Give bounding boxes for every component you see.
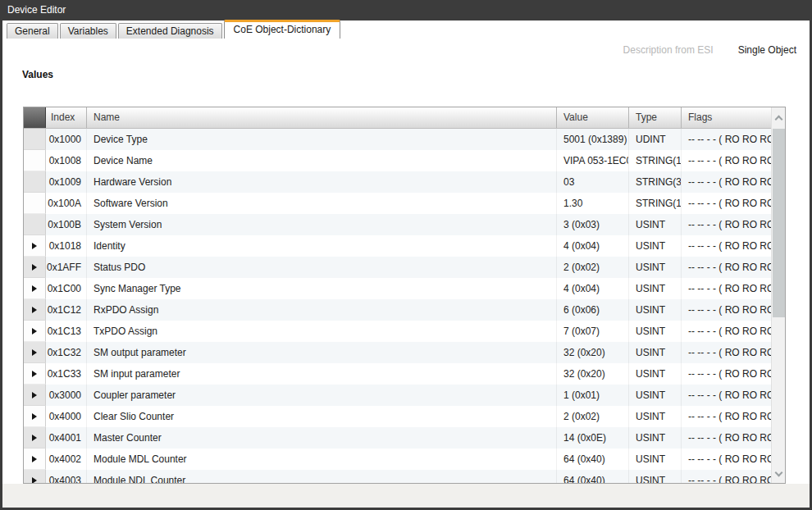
- expand-arrow-icon[interactable]: [32, 285, 37, 292]
- cell-name: Master Counter: [87, 427, 557, 449]
- row-expander-cell[interactable]: [24, 427, 46, 449]
- row-expander-cell[interactable]: [24, 235, 46, 257]
- cell-type: USINT: [629, 406, 682, 427]
- table-row[interactable]: 0x1C33 SM input parameter 32 (0x20) USIN…: [24, 363, 785, 385]
- tab-coe-object-dictionary[interactable]: CoE Object-Dictionary: [224, 20, 341, 39]
- single-object-button[interactable]: Single Object: [738, 44, 796, 56]
- table-row[interactable]: 0x1AFF Status PDO 2 (0x02) USINT -- -- -…: [24, 257, 785, 278]
- cell-name: Module MDL Counter: [87, 449, 557, 470]
- table-row[interactable]: 0x1C00 Sync Manager Type 4 (0x04) USINT …: [24, 278, 785, 299]
- table-row[interactable]: 0x4003 Module NDL Counter 64 (0x40) USIN…: [24, 470, 785, 484]
- cell-value: 1 (0x01): [557, 385, 629, 406]
- cell-value: 64 (0x40): [557, 470, 629, 484]
- cell-index: 0x1000: [46, 129, 87, 150]
- row-expander-cell[interactable]: [24, 171, 46, 193]
- cell-name: Identity: [87, 235, 557, 257]
- row-expander-cell[interactable]: [24, 363, 46, 385]
- tab-general[interactable]: General: [7, 23, 58, 39]
- row-expander-cell[interactable]: [24, 129, 46, 150]
- scrollbar-thumb[interactable]: [773, 129, 785, 317]
- table-row[interactable]: 0x1008 Device Name VIPA 053-1EC00 STRING…: [24, 150, 785, 171]
- table-row[interactable]: 0x1000 Device Type 5001 (0x1389) UDINT -…: [24, 129, 785, 150]
- cell-value: 1.30: [557, 193, 629, 214]
- table-body: 0x1000 Device Type 5001 (0x1389) UDINT -…: [24, 129, 785, 484]
- row-expander-cell[interactable]: [24, 257, 46, 278]
- row-expander-cell[interactable]: [24, 321, 46, 342]
- expand-arrow-icon[interactable]: [32, 477, 37, 484]
- cell-type: STRING(17): [629, 150, 682, 171]
- tab-strip: General Variables Extended Diagnosis CoE…: [7, 21, 342, 39]
- table-row[interactable]: 0x4001 Master Counter 14 (0x0E) USINT --…: [24, 427, 785, 449]
- table-row[interactable]: 0x100A Software Version 1.30 STRING(12) …: [24, 193, 785, 214]
- expand-arrow-icon[interactable]: [32, 349, 37, 356]
- expand-arrow-icon[interactable]: [32, 371, 37, 377]
- expand-arrow-icon[interactable]: [32, 392, 37, 398]
- cell-type: UDINT: [629, 129, 682, 150]
- cell-index: 0x4003: [46, 470, 87, 484]
- expand-arrow-icon[interactable]: [32, 307, 37, 313]
- window-title: Device Editor: [7, 4, 66, 16]
- content-area: General Variables Extended Diagnosis CoE…: [2, 20, 810, 508]
- table-row[interactable]: 0x1018 Identity 4 (0x04) USINT -- -- - -…: [24, 235, 785, 257]
- row-expander-cell[interactable]: [24, 385, 46, 406]
- row-expander-cell[interactable]: [24, 342, 46, 363]
- expand-arrow-icon[interactable]: [32, 435, 37, 441]
- table-row[interactable]: 0x1C32 SM output parameter 32 (0x20) USI…: [24, 342, 785, 363]
- scroll-down-icon[interactable]: [775, 469, 783, 477]
- column-header-index[interactable]: Index: [46, 107, 87, 128]
- cell-index: 0x3000: [46, 385, 87, 406]
- column-header-value[interactable]: Value: [557, 107, 629, 128]
- cell-value: 03: [557, 171, 629, 193]
- row-expander-cell[interactable]: [24, 278, 46, 299]
- table-row[interactable]: 0x1C12 RxPDO Assign 6 (0x06) USINT -- --…: [24, 299, 785, 321]
- cell-index: 0x1C33: [46, 363, 87, 385]
- cell-flags: -- -- - - ( RO RO RO ): [682, 470, 771, 484]
- expand-arrow-icon[interactable]: [32, 413, 37, 420]
- row-expander-cell[interactable]: [24, 299, 46, 321]
- cell-index: 0x1009: [46, 171, 87, 193]
- expand-arrow-icon[interactable]: [32, 264, 37, 271]
- cell-flags: -- -- - - ( RO RO RO ): [682, 193, 771, 214]
- table-row[interactable]: 0x4002 Module MDL Counter 64 (0x40) USIN…: [24, 449, 785, 470]
- row-expander-cell[interactable]: [24, 406, 46, 427]
- table-row[interactable]: 0x3000 Coupler parameter 1 (0x01) USINT …: [24, 385, 785, 406]
- cell-index: 0x100B: [46, 214, 87, 235]
- table-row[interactable]: 0x4000 Clear Slio Counter 2 (0x02) USINT…: [24, 406, 785, 427]
- cell-index: 0x4002: [46, 449, 87, 470]
- cell-value: 32 (0x20): [557, 342, 629, 363]
- table-header-row: Index Name Value Type Flags: [24, 107, 785, 129]
- vertical-scrollbar[interactable]: [771, 107, 785, 483]
- table-row[interactable]: 0x1C13 TxPDO Assign 7 (0x07) USINT -- --…: [24, 321, 785, 342]
- cell-value: 5001 (0x1389): [557, 129, 629, 150]
- row-expander-cell[interactable]: [24, 193, 46, 214]
- expand-arrow-icon[interactable]: [32, 456, 37, 462]
- cell-index: 0x1018: [46, 235, 87, 257]
- column-header-name[interactable]: Name: [87, 107, 557, 128]
- cell-name: Status PDO: [87, 257, 557, 278]
- row-expander-cell[interactable]: [24, 214, 46, 235]
- table-row[interactable]: 0x1009 Hardware Version 03 STRING(3) -- …: [24, 171, 785, 193]
- cell-value: 2 (0x02): [557, 257, 629, 278]
- cell-flags: -- -- - - ( RO RO RO ): [682, 385, 771, 406]
- expand-arrow-icon[interactable]: [32, 243, 37, 249]
- column-header-type[interactable]: Type: [629, 107, 682, 128]
- expand-arrow-icon[interactable]: [32, 328, 37, 335]
- tab-extended-diagnosis[interactable]: Extended Diagnosis: [118, 23, 222, 39]
- cell-type: USINT: [629, 363, 682, 385]
- table-row[interactable]: 0x100B System Version 3 (0x03) USINT -- …: [24, 214, 785, 235]
- cell-flags: -- -- - - ( RO RO RO ): [682, 321, 771, 342]
- cell-flags: -- -- - - ( RO RO RO ): [682, 150, 771, 171]
- column-header-flags[interactable]: Flags: [682, 107, 771, 128]
- cell-flags: -- -- - - ( RO RO RO ): [682, 278, 771, 299]
- cell-name: Hardware Version: [87, 171, 557, 193]
- cell-name: Module NDL Counter: [87, 470, 557, 484]
- row-expander-cell[interactable]: [24, 150, 46, 171]
- cell-value: 6 (0x06): [557, 299, 629, 321]
- tab-variables[interactable]: Variables: [60, 23, 116, 39]
- scroll-up-icon[interactable]: [775, 116, 783, 124]
- row-expander-cell[interactable]: [24, 449, 46, 470]
- row-expander-cell[interactable]: [24, 470, 46, 484]
- cell-type: USINT: [629, 427, 682, 449]
- cell-type: USINT: [629, 342, 682, 363]
- cell-name: TxPDO Assign: [87, 321, 557, 342]
